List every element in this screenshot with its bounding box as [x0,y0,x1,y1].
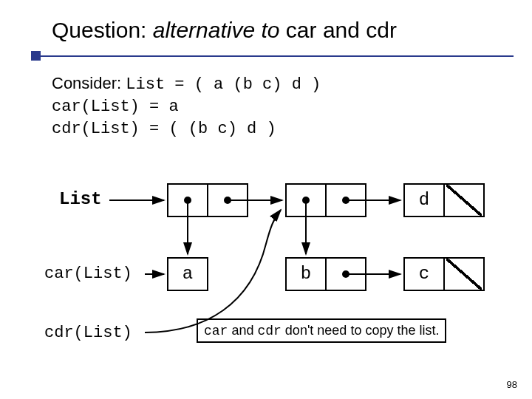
dot-cons4-cdr [342,270,349,278]
title-tail: car and cdr [280,18,397,42]
cons3-cdr [443,183,485,217]
page-number: 98 [507,379,517,390]
cons3-car: d [403,183,445,217]
dot-cons2-car [302,197,310,204]
dot-cons1-car [184,197,191,204]
note-box: car and cdr don't need to copy the list. [197,318,446,343]
slide-title: Question: alternative to car and cdr [52,18,397,43]
consider-line1-code: List = ( a (b c) d ) [126,75,321,94]
consider-line1: Consider: List = ( a (b c) d ) [52,72,321,96]
title-lead: Question: [52,18,153,42]
note-car: car [204,324,228,338]
accent-line [41,55,514,57]
cons5-car: c [403,257,445,291]
consider-line2: car(List) = a [52,96,321,118]
label-list: List [59,189,102,209]
label-car: car(List) [44,265,132,283]
cons4-car: b [285,257,327,291]
dot-cons2-cdr [342,197,349,204]
note-tail: don't need to copy the list. [282,323,440,338]
cons5-cdr [443,257,485,291]
label-cdr: cdr(List) [44,324,132,342]
note-and: and [228,323,257,338]
atom-a: a [167,257,208,291]
note-cdr: cdr [257,324,281,338]
dot-cons1-cdr [224,197,231,204]
consider-prefix: Consider: [52,74,126,92]
title-italic: alternative to [153,18,280,42]
consider-block: Consider: List = ( a (b c) d ) car(List)… [52,72,321,140]
consider-line3: cdr(List) = ( (b c) d ) [52,118,321,140]
accent-square [31,51,41,61]
